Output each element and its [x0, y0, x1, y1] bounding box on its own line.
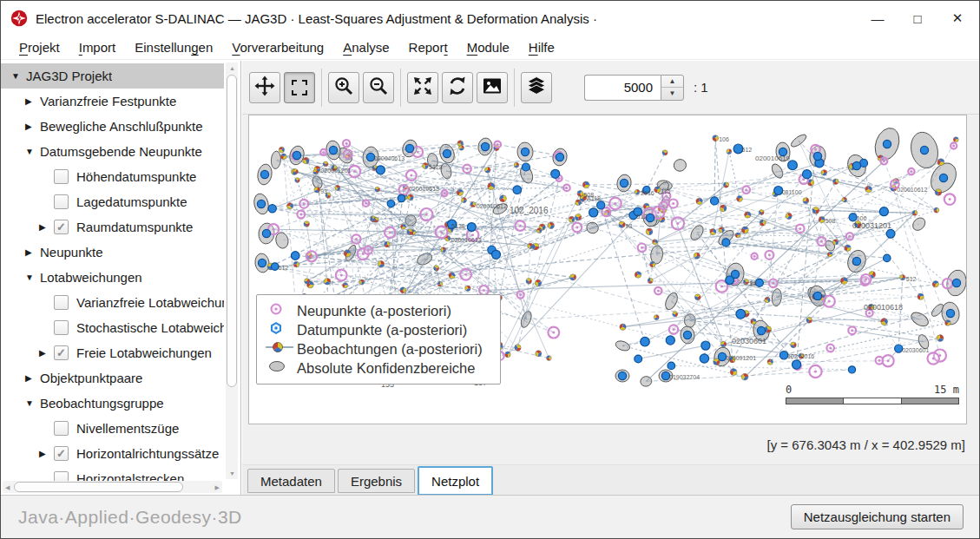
menu-report[interactable]: Report — [399, 37, 457, 57]
scroll-left-icon[interactable]: ◀ — [5, 484, 10, 491]
scroll-up-icon[interactable]: ▲ — [229, 65, 235, 71]
pan-tool-button[interactable] — [249, 72, 280, 103]
legend-label: Absolute Konfidenzbereiche — [297, 360, 475, 377]
collapsed-arrow-icon[interactable]: ▶ — [25, 122, 40, 131]
close-button[interactable]: ✕ — [937, 1, 977, 36]
svg-text:02030601: 02030601 — [902, 347, 929, 353]
network-plot[interactable]: 5128930200106121a70494201651250851280811… — [248, 115, 967, 424]
scale-input[interactable] — [584, 75, 661, 101]
zoom-out-button[interactable] — [363, 72, 394, 103]
tree-item-label: Freie Lotabweichungen — [76, 345, 212, 360]
collapsed-arrow-icon[interactable]: ▶ — [39, 449, 54, 458]
tree-item-lagedatumspunkte[interactable]: Lagedatumspunkte — [1, 189, 224, 214]
app-window: Electron accelerator S-DALINAC — JAG3D ·… — [0, 0, 980, 539]
menu-projekt[interactable]: Projekt — [10, 37, 69, 57]
collapsed-arrow-icon[interactable]: ▶ — [25, 247, 40, 257]
tree-item-raumdatumspunkte[interactable]: ▶✓Raumdatumspunkte — [1, 214, 224, 240]
checkbox[interactable] — [54, 295, 69, 310]
brand-label: Java·Applied·Geodesy·3D — [18, 507, 242, 528]
neupunkte-symbol-icon — [266, 301, 297, 320]
expanded-arrow-icon[interactable]: ▼ — [25, 273, 40, 282]
project-tree-panel: ▼JAG3D Projekt▶Varianzfreie Festpunkte▶B… — [1, 61, 241, 495]
tab-metadaten[interactable]: Metadaten — [247, 469, 335, 493]
checkbox[interactable]: ✓ — [54, 446, 69, 461]
stepper-up-icon[interactable]: ▲ — [661, 76, 683, 89]
checkbox[interactable] — [54, 169, 69, 184]
redraw-button[interactable] — [442, 72, 473, 103]
app-icon — [10, 10, 28, 27]
scale-stepper[interactable]: ▲▼ — [661, 75, 684, 101]
expanded-arrow-icon[interactable]: ▼ — [25, 398, 40, 408]
tree-item-varianzfreie-festpunkte[interactable]: ▶Varianzfreie Festpunkte — [1, 89, 224, 114]
zoom-in-button[interactable] — [328, 72, 359, 103]
tree-item-horizontalstrecken[interactable]: Horizontalstrecken — [1, 466, 224, 481]
rect-select-button[interactable] — [284, 72, 315, 103]
svg-text:020010613: 020010613 — [451, 237, 482, 243]
svg-text:019032704: 019032704 — [669, 374, 700, 380]
tree-item-neupunkte[interactable]: ▶Neupunkte — [1, 240, 224, 265]
menu-import[interactable]: Import — [69, 37, 126, 57]
menu-analyse[interactable]: Analyse — [333, 37, 398, 57]
checkbox[interactable] — [54, 320, 69, 335]
toolbar-separator — [400, 69, 401, 107]
menu-einstellungen[interactable]: Einstellungen — [125, 37, 222, 57]
export-image-button[interactable] — [477, 72, 508, 103]
tree-item-label: Nivellementszüge — [76, 421, 179, 436]
scroll-right-icon[interactable]: ▶ — [215, 484, 220, 491]
minimize-button[interactable]: — — [858, 1, 898, 36]
tree-item-nivellementszüge[interactable]: Nivellementszüge — [1, 416, 224, 441]
collapsed-arrow-icon[interactable]: ▶ — [25, 96, 40, 106]
expanded-arrow-icon[interactable]: ▼ — [11, 71, 26, 81]
scroll-down-icon[interactable]: ▼ — [229, 470, 235, 477]
zoomin-icon — [333, 76, 354, 100]
stepper-down-icon[interactable]: ▼ — [661, 88, 683, 100]
scrollbar-thumb[interactable] — [227, 75, 237, 387]
tree-item-lotabweichungen[interactable]: ▼Lotabweichungen — [1, 265, 224, 290]
tree-item-stochastische-lotabweichungen[interactable]: Stochastische Lotabweichungen — [1, 315, 224, 340]
checkbox[interactable]: ✓ — [54, 220, 69, 234]
svg-text:020010612: 020010612 — [477, 203, 507, 209]
tab-netzplot[interactable]: Netzplot — [418, 466, 493, 496]
tree-item-bewegliche-anschlußpunkte[interactable]: ▶Bewegliche Anschlußpunkte — [1, 114, 224, 139]
main-panel: ▲▼: 1 5128930200106121a70494201651250851… — [242, 61, 979, 495]
layers-button[interactable] — [521, 72, 552, 103]
svg-text:508: 508 — [825, 218, 836, 224]
tree-horizontal-scrollbar[interactable]: ◀ ▶ — [3, 481, 222, 493]
start-adjustment-button[interactable]: Netzausgleichung starten — [791, 504, 964, 529]
svg-text:020091201: 020091201 — [320, 168, 351, 174]
tree-item-label: Horizontalrichtungssätze — [76, 446, 219, 461]
menu-hilfe[interactable]: Hilfe — [519, 37, 564, 57]
checkbox[interactable] — [54, 471, 69, 481]
tree-item-freie-lotabweichungen[interactable]: ▶✓Freie Lotabweichungen — [1, 340, 224, 365]
tab-ergebnis[interactable]: Ergebnis — [338, 469, 415, 493]
menu-vorverarbeitung[interactable]: Vorverarbeitung — [222, 37, 333, 57]
tree-item-jag3d-projekt[interactable]: ▼JAG3D Projekt — [1, 63, 224, 89]
tree-item-label: JAG3D Projekt — [26, 69, 112, 83]
tree-item-label: Höhendatumspunkte — [76, 169, 196, 184]
legend-label: Neupunkte (a-posteriori) — [297, 303, 451, 319]
collapsed-arrow-icon[interactable]: ▶ — [25, 373, 40, 383]
zoomout-icon — [368, 76, 389, 100]
tree-item-horizontalrichtungssätze[interactable]: ▶✓Horizontalrichtungssätze — [1, 441, 224, 466]
scrollbar-thumb[interactable] — [14, 482, 183, 492]
refresh-icon — [447, 76, 468, 100]
checkbox[interactable] — [54, 421, 69, 436]
tree-item-höhendatumspunkte[interactable]: Höhendatumspunkte — [1, 164, 224, 189]
maximize-button[interactable]: □ — [898, 1, 937, 36]
tree-item-label: Beobachtungsgruppe — [40, 396, 164, 411]
tree-vertical-scrollbar[interactable]: ▲ ▼ — [226, 62, 238, 479]
tree-item-varianzfreie-lotabweichungen[interactable]: Varianzfreie Lotabweichungen — [1, 290, 224, 315]
tree-item-datumsgebende-neupunkte[interactable]: ▼Datumsgebende Neupunkte — [1, 139, 224, 164]
collapsed-arrow-icon[interactable]: ▶ — [39, 348, 54, 358]
menu-module[interactable]: Module — [457, 37, 519, 57]
scale-ratio-label: : 1 — [694, 80, 708, 95]
tree-item-objektpunktpaare[interactable]: ▶Objektpunktpaare — [1, 365, 224, 391]
checkbox[interactable]: ✓ — [54, 345, 69, 360]
checkbox[interactable] — [54, 194, 69, 209]
body: ▼JAG3D Projekt▶Varianzfreie Festpunkte▶B… — [1, 61, 979, 495]
collapsed-arrow-icon[interactable]: ▶ — [39, 222, 54, 232]
tree-item-label: Objektpunktpaare — [40, 371, 142, 385]
fit-extent-button[interactable] — [407, 72, 438, 103]
tree-item-beobachtungsgruppe[interactable]: ▼Beobachtungsgruppe — [1, 391, 224, 416]
expanded-arrow-icon[interactable]: ▼ — [25, 147, 40, 156]
